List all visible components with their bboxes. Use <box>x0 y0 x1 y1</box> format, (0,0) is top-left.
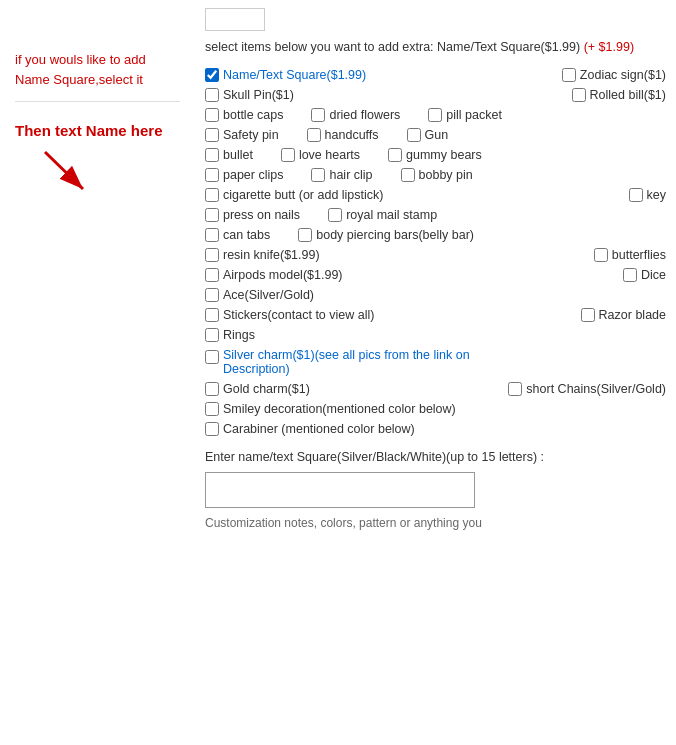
gold-charm-checkbox[interactable] <box>205 382 219 396</box>
airpods-model-checkbox[interactable] <box>205 268 219 282</box>
gold-charm-label[interactable]: Gold charm($1) <box>223 382 310 396</box>
carabiner-checkbox[interactable] <box>205 422 219 436</box>
checkbox-item: press on nails <box>205 208 300 222</box>
royal-mail-stamp-checkbox[interactable] <box>328 208 342 222</box>
resin-knife-label[interactable]: resin knife($1.99) <box>223 248 320 262</box>
silver-charm-checkbox[interactable] <box>205 350 219 364</box>
dice-label[interactable]: Dice <box>641 268 666 282</box>
hair-clip-checkbox[interactable] <box>311 168 325 182</box>
love-hearts-label[interactable]: love hearts <box>299 148 360 162</box>
stickers-label[interactable]: Stickers(contact to view all) <box>223 308 374 322</box>
dice-checkbox[interactable] <box>623 268 637 282</box>
customization-note: Customization notes, colors, pattern or … <box>205 516 666 530</box>
checkbox-item: Smiley decoration(mentioned color below) <box>205 402 456 416</box>
butterflies-checkbox[interactable] <box>594 248 608 262</box>
checkbox-item: royal mail stamp <box>328 208 437 222</box>
checkbox-item: butterflies <box>594 248 666 262</box>
gun-label[interactable]: Gun <box>425 128 449 142</box>
svg-line-1 <box>45 152 83 189</box>
options-row: can tabs body piercing bars(belly bar) <box>205 225 666 245</box>
checkbox-item: pill packet <box>428 108 502 122</box>
options-grid: Name/Text Square($1.99) Zodiac sign($1) … <box>205 65 666 439</box>
checkbox-item: cigarette butt (or add lipstick) <box>205 188 384 202</box>
short-chains-checkbox[interactable] <box>508 382 522 396</box>
key-checkbox[interactable] <box>629 188 643 202</box>
pill-packet-label[interactable]: pill packet <box>446 108 502 122</box>
checkbox-item: Safety pin <box>205 128 279 142</box>
checkbox-item: love hearts <box>281 148 360 162</box>
razor-blade-checkbox[interactable] <box>581 308 595 322</box>
airpods-model-label[interactable]: Airpods model($1.99) <box>223 268 343 282</box>
checkbox-item: short Chains(Silver/Gold) <box>508 382 666 396</box>
rings-checkbox[interactable] <box>205 328 219 342</box>
bottle-caps-checkbox[interactable] <box>205 108 219 122</box>
name-text-square-checkbox[interactable] <box>205 68 219 82</box>
ace-label[interactable]: Ace(Silver/Gold) <box>223 288 314 302</box>
skull-pin-checkbox[interactable] <box>205 88 219 102</box>
checkbox-item: Gold charm($1) <box>205 382 310 396</box>
smiley-decoration-label[interactable]: Smiley decoration(mentioned color below) <box>223 402 456 416</box>
bobby-pin-checkbox[interactable] <box>401 168 415 182</box>
checkbox-item: resin knife($1.99) <box>205 248 320 262</box>
checkbox-item: Name/Text Square($1.99) <box>205 68 366 82</box>
arrow-container <box>15 147 180 200</box>
can-tabs-checkbox[interactable] <box>205 228 219 242</box>
rolled-bill-checkbox[interactable] <box>572 88 586 102</box>
checkbox-item: bottle caps <box>205 108 283 122</box>
dried-flowers-label[interactable]: dried flowers <box>329 108 400 122</box>
paper-clips-label[interactable]: paper clips <box>223 168 283 182</box>
safety-pin-checkbox[interactable] <box>205 128 219 142</box>
resin-knife-checkbox[interactable] <box>205 248 219 262</box>
bottle-caps-label[interactable]: bottle caps <box>223 108 283 122</box>
rings-label[interactable]: Rings <box>223 328 255 342</box>
bullet-label[interactable]: bullet <box>223 148 253 162</box>
cigarette-butt-checkbox[interactable] <box>205 188 219 202</box>
body-piercing-bars-checkbox[interactable] <box>298 228 312 242</box>
safety-pin-label[interactable]: Safety pin <box>223 128 279 142</box>
skull-pin-label[interactable]: Skull Pin($1) <box>223 88 294 102</box>
options-row: Smiley decoration(mentioned color below) <box>205 399 666 419</box>
short-chains-label[interactable]: short Chains(Silver/Gold) <box>526 382 666 396</box>
name-text-input[interactable] <box>205 472 475 508</box>
checkbox-item: key <box>629 188 666 202</box>
press-on-nails-label[interactable]: press on nails <box>223 208 300 222</box>
silver-charm-label[interactable]: Silver charm($1)(see all pics from the l… <box>223 348 523 376</box>
ace-checkbox[interactable] <box>205 288 219 302</box>
select-info-text: select items below you want to add extra… <box>205 39 666 57</box>
butterflies-label[interactable]: butterflies <box>612 248 666 262</box>
checkbox-item: bobby pin <box>401 168 473 182</box>
hair-clip-label[interactable]: hair clip <box>329 168 372 182</box>
bobby-pin-label[interactable]: bobby pin <box>419 168 473 182</box>
press-on-nails-checkbox[interactable] <box>205 208 219 222</box>
zodiac-sign-label[interactable]: Zodiac sign($1) <box>580 68 666 82</box>
gummy-bears-checkbox[interactable] <box>388 148 402 162</box>
body-piercing-bars-label[interactable]: body piercing bars(belly bar) <box>316 228 474 242</box>
handcuffs-label[interactable]: handcuffs <box>325 128 379 142</box>
arrow-icon <box>35 147 95 197</box>
pill-packet-checkbox[interactable] <box>428 108 442 122</box>
love-hearts-checkbox[interactable] <box>281 148 295 162</box>
name-text-square-label[interactable]: Name/Text Square($1.99) <box>223 68 366 82</box>
bullet-checkbox[interactable] <box>205 148 219 162</box>
zodiac-sign-checkbox[interactable] <box>562 68 576 82</box>
razor-blade-label[interactable]: Razor blade <box>599 308 666 322</box>
gun-checkbox[interactable] <box>407 128 421 142</box>
options-row: Rings <box>205 325 666 345</box>
gummy-bears-label[interactable]: gummy bears <box>406 148 482 162</box>
carabiner-label[interactable]: Carabiner (mentioned color below) <box>223 422 415 436</box>
options-row: Stickers(contact to view all) Razor blad… <box>205 305 666 325</box>
options-row: Airpods model($1.99) Dice <box>205 265 666 285</box>
stickers-checkbox[interactable] <box>205 308 219 322</box>
checkbox-item: Stickers(contact to view all) <box>205 308 374 322</box>
cigarette-butt-label[interactable]: cigarette butt (or add lipstick) <box>223 188 384 202</box>
key-label[interactable]: key <box>647 188 666 202</box>
paper-clips-checkbox[interactable] <box>205 168 219 182</box>
can-tabs-label[interactable]: can tabs <box>223 228 270 242</box>
quantity-input[interactable] <box>205 8 265 31</box>
dried-flowers-checkbox[interactable] <box>311 108 325 122</box>
royal-mail-stamp-label[interactable]: royal mail stamp <box>346 208 437 222</box>
smiley-decoration-checkbox[interactable] <box>205 402 219 416</box>
options-row: bullet love hearts gummy bears <box>205 145 666 165</box>
handcuffs-checkbox[interactable] <box>307 128 321 142</box>
rolled-bill-label[interactable]: Rolled bill($1) <box>590 88 666 102</box>
